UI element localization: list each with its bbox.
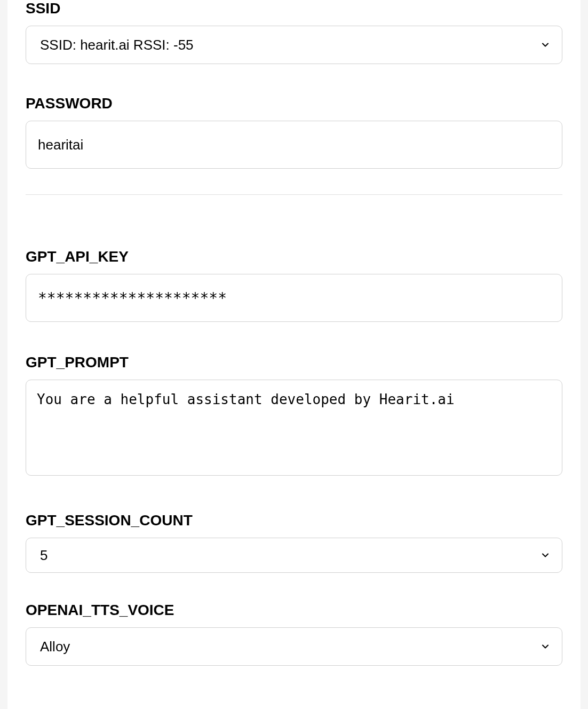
gpt-prompt-label: GPT_PROMPT <box>26 354 562 371</box>
openai-tts-voice-select[interactable]: Alloy <box>26 627 562 666</box>
field-gpt-prompt: GPT_PROMPT <box>26 354 562 478</box>
openai-tts-voice-select-wrapper: Alloy <box>26 627 562 666</box>
password-label: PASSWORD <box>26 95 562 112</box>
ssid-select-value: SSID: hearit.ai RSSI: -55 <box>40 37 194 53</box>
section-divider <box>26 194 562 195</box>
gpt-session-count-value: 5 <box>40 547 47 564</box>
openai-tts-voice-label: OPENAI_TTS_VOICE <box>26 602 562 619</box>
field-gpt-session-count: GPT_SESSION_COUNT 5 <box>26 512 562 573</box>
gpt-session-count-select[interactable]: 5 <box>26 538 562 573</box>
settings-form: SSID SSID: hearit.ai RSSI: -55 PASSWORD … <box>7 0 581 709</box>
openai-tts-voice-value: Alloy <box>40 639 70 655</box>
gpt-api-key-input[interactable] <box>26 274 562 322</box>
password-input[interactable] <box>26 121 562 169</box>
gpt-session-count-label: GPT_SESSION_COUNT <box>26 512 562 529</box>
field-password: PASSWORD <box>26 95 562 169</box>
field-ssid: SSID SSID: hearit.ai RSSI: -55 <box>26 0 562 64</box>
gpt-api-key-label: GPT_API_KEY <box>26 248 562 265</box>
ssid-label: SSID <box>26 0 562 17</box>
field-openai-tts-voice: OPENAI_TTS_VOICE Alloy <box>26 602 562 666</box>
field-gpt-api-key: GPT_API_KEY <box>26 248 562 322</box>
ssid-select[interactable]: SSID: hearit.ai RSSI: -55 <box>26 26 562 64</box>
gpt-session-count-select-wrapper: 5 <box>26 538 562 573</box>
gpt-prompt-textarea[interactable] <box>26 380 562 476</box>
ssid-select-wrapper: SSID: hearit.ai RSSI: -55 <box>26 26 562 64</box>
